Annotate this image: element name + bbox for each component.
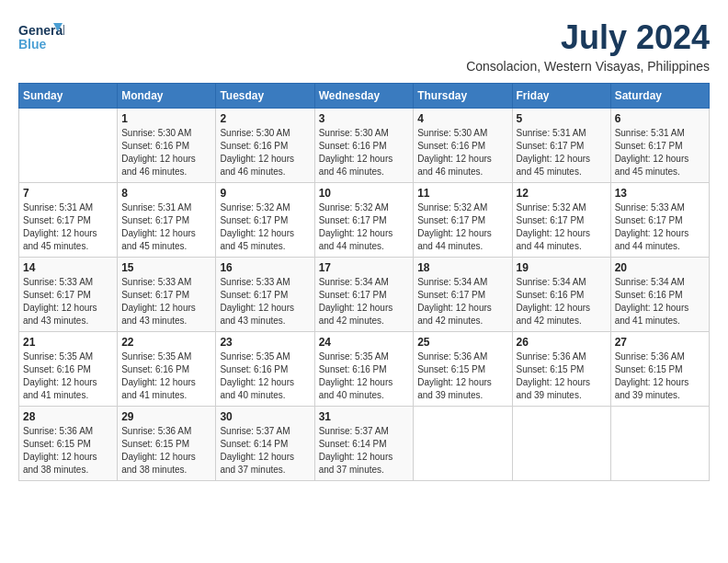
day-number: 19 bbox=[517, 261, 607, 274]
day-number: 17 bbox=[319, 261, 410, 274]
day-number: 24 bbox=[319, 336, 410, 349]
day-number: 18 bbox=[417, 261, 507, 274]
day-info: Sunrise: 5:36 AM Sunset: 6:15 PM Dayligh… bbox=[121, 425, 211, 477]
calendar-cell: 8Sunrise: 5:31 AM Sunset: 6:17 PM Daylig… bbox=[118, 183, 216, 258]
calendar-cell: 31Sunrise: 5:37 AM Sunset: 6:14 PM Dayli… bbox=[314, 407, 414, 481]
day-number: 27 bbox=[615, 336, 705, 349]
day-number: 5 bbox=[517, 112, 607, 125]
calendar-cell: 16Sunrise: 5:33 AM Sunset: 6:17 PM Dayli… bbox=[216, 258, 314, 332]
day-info: Sunrise: 5:36 AM Sunset: 6:15 PM Dayligh… bbox=[615, 350, 705, 402]
calendar-header-row: SundayMondayTuesdayWednesdayThursdayFrid… bbox=[19, 84, 710, 109]
day-info: Sunrise: 5:37 AM Sunset: 6:14 PM Dayligh… bbox=[319, 425, 410, 477]
day-info: Sunrise: 5:34 AM Sunset: 6:17 PM Dayligh… bbox=[319, 276, 410, 327]
day-number: 30 bbox=[220, 410, 310, 423]
calendar-cell bbox=[414, 407, 512, 481]
calendar-cell: 3Sunrise: 5:30 AM Sunset: 6:16 PM Daylig… bbox=[314, 109, 414, 183]
month-year-title: July 2024 bbox=[466, 18, 710, 57]
calendar-cell: 10Sunrise: 5:32 AM Sunset: 6:17 PM Dayli… bbox=[314, 183, 414, 258]
day-info: Sunrise: 5:32 AM Sunset: 6:17 PM Dayligh… bbox=[517, 201, 607, 253]
day-number: 13 bbox=[615, 187, 705, 200]
day-info: Sunrise: 5:37 AM Sunset: 6:14 PM Dayligh… bbox=[220, 425, 310, 477]
calendar-cell: 13Sunrise: 5:33 AM Sunset: 6:17 PM Dayli… bbox=[610, 183, 709, 258]
calendar-week-row: 28Sunrise: 5:36 AM Sunset: 6:15 PM Dayli… bbox=[19, 407, 710, 481]
calendar-cell: 30Sunrise: 5:37 AM Sunset: 6:14 PM Dayli… bbox=[216, 407, 314, 481]
day-info: Sunrise: 5:30 AM Sunset: 6:16 PM Dayligh… bbox=[417, 127, 507, 178]
day-number: 9 bbox=[220, 187, 310, 200]
day-info: Sunrise: 5:31 AM Sunset: 6:17 PM Dayligh… bbox=[615, 127, 705, 178]
day-info: Sunrise: 5:33 AM Sunset: 6:17 PM Dayligh… bbox=[121, 276, 211, 327]
day-info: Sunrise: 5:33 AM Sunset: 6:17 PM Dayligh… bbox=[220, 276, 310, 327]
day-number: 25 bbox=[417, 336, 507, 349]
day-number: 20 bbox=[615, 261, 705, 274]
column-header-saturday: Saturday bbox=[610, 84, 709, 109]
calendar-week-row: 1Sunrise: 5:30 AM Sunset: 6:16 PM Daylig… bbox=[19, 109, 710, 183]
calendar-cell: 20Sunrise: 5:34 AM Sunset: 6:16 PM Dayli… bbox=[610, 258, 709, 332]
calendar-week-row: 14Sunrise: 5:33 AM Sunset: 6:17 PM Dayli… bbox=[19, 258, 710, 332]
day-number: 7 bbox=[23, 187, 113, 200]
day-info: Sunrise: 5:34 AM Sunset: 6:16 PM Dayligh… bbox=[615, 276, 705, 327]
column-header-wednesday: Wednesday bbox=[314, 84, 414, 109]
location-subtitle: Consolacion, Western Visayas, Philippine… bbox=[466, 59, 710, 74]
calendar-cell: 19Sunrise: 5:34 AM Sunset: 6:16 PM Dayli… bbox=[512, 258, 610, 332]
calendar-cell: 26Sunrise: 5:36 AM Sunset: 6:15 PM Dayli… bbox=[512, 332, 610, 407]
calendar-cell: 21Sunrise: 5:35 AM Sunset: 6:16 PM Dayli… bbox=[19, 332, 118, 407]
day-number: 6 bbox=[615, 112, 705, 125]
day-info: Sunrise: 5:35 AM Sunset: 6:16 PM Dayligh… bbox=[121, 350, 211, 402]
day-info: Sunrise: 5:32 AM Sunset: 6:17 PM Dayligh… bbox=[319, 201, 410, 253]
calendar-cell: 27Sunrise: 5:36 AM Sunset: 6:15 PM Dayli… bbox=[610, 332, 709, 407]
day-number: 14 bbox=[23, 261, 113, 274]
calendar-cell: 28Sunrise: 5:36 AM Sunset: 6:15 PM Dayli… bbox=[19, 407, 118, 481]
calendar-cell: 12Sunrise: 5:32 AM Sunset: 6:17 PM Dayli… bbox=[512, 183, 610, 258]
day-info: Sunrise: 5:34 AM Sunset: 6:17 PM Dayligh… bbox=[417, 276, 507, 327]
calendar-cell: 5Sunrise: 5:31 AM Sunset: 6:17 PM Daylig… bbox=[512, 109, 610, 183]
calendar-cell: 4Sunrise: 5:30 AM Sunset: 6:16 PM Daylig… bbox=[414, 109, 512, 183]
header: General Blue July 2024 Consolacion, West… bbox=[18, 18, 710, 74]
calendar-cell: 9Sunrise: 5:32 AM Sunset: 6:17 PM Daylig… bbox=[216, 183, 314, 258]
day-number: 28 bbox=[23, 410, 113, 423]
day-info: Sunrise: 5:32 AM Sunset: 6:17 PM Dayligh… bbox=[220, 201, 310, 253]
calendar-cell: 29Sunrise: 5:36 AM Sunset: 6:15 PM Dayli… bbox=[118, 407, 216, 481]
day-info: Sunrise: 5:30 AM Sunset: 6:16 PM Dayligh… bbox=[121, 127, 211, 178]
calendar-cell: 7Sunrise: 5:31 AM Sunset: 6:17 PM Daylig… bbox=[19, 183, 118, 258]
day-number: 2 bbox=[220, 112, 310, 125]
day-number: 3 bbox=[319, 112, 410, 125]
calendar-cell: 17Sunrise: 5:34 AM Sunset: 6:17 PM Dayli… bbox=[314, 258, 414, 332]
day-number: 22 bbox=[121, 336, 211, 349]
day-info: Sunrise: 5:35 AM Sunset: 6:16 PM Dayligh… bbox=[23, 350, 113, 402]
day-number: 23 bbox=[220, 336, 310, 349]
svg-text:Blue: Blue bbox=[18, 37, 47, 52]
day-number: 12 bbox=[517, 187, 607, 200]
day-number: 15 bbox=[121, 261, 211, 274]
day-info: Sunrise: 5:36 AM Sunset: 6:15 PM Dayligh… bbox=[517, 350, 607, 402]
day-number: 11 bbox=[417, 187, 507, 200]
day-number: 8 bbox=[121, 187, 211, 200]
calendar-table: SundayMondayTuesdayWednesdayThursdayFrid… bbox=[18, 83, 710, 481]
day-info: Sunrise: 5:36 AM Sunset: 6:15 PM Dayligh… bbox=[23, 425, 113, 477]
calendar-week-row: 21Sunrise: 5:35 AM Sunset: 6:16 PM Dayli… bbox=[19, 332, 710, 407]
column-header-thursday: Thursday bbox=[414, 84, 512, 109]
day-info: Sunrise: 5:32 AM Sunset: 6:17 PM Dayligh… bbox=[417, 201, 507, 253]
day-info: Sunrise: 5:31 AM Sunset: 6:17 PM Dayligh… bbox=[23, 201, 113, 253]
calendar-cell: 25Sunrise: 5:36 AM Sunset: 6:15 PM Dayli… bbox=[414, 332, 512, 407]
day-info: Sunrise: 5:36 AM Sunset: 6:15 PM Dayligh… bbox=[417, 350, 507, 402]
calendar-cell: 18Sunrise: 5:34 AM Sunset: 6:17 PM Dayli… bbox=[414, 258, 512, 332]
calendar-cell: 1Sunrise: 5:30 AM Sunset: 6:16 PM Daylig… bbox=[118, 109, 216, 183]
day-info: Sunrise: 5:30 AM Sunset: 6:16 PM Dayligh… bbox=[319, 127, 410, 178]
title-area: July 2024 Consolacion, Western Visayas, … bbox=[466, 18, 710, 74]
calendar-cell: 2Sunrise: 5:30 AM Sunset: 6:16 PM Daylig… bbox=[216, 109, 314, 183]
day-number: 1 bbox=[121, 112, 211, 125]
day-info: Sunrise: 5:33 AM Sunset: 6:17 PM Dayligh… bbox=[23, 276, 113, 327]
day-number: 21 bbox=[23, 336, 113, 349]
logo-icon: General Blue bbox=[18, 18, 64, 55]
day-info: Sunrise: 5:35 AM Sunset: 6:16 PM Dayligh… bbox=[220, 350, 310, 402]
day-number: 31 bbox=[319, 410, 410, 423]
day-number: 26 bbox=[517, 336, 607, 349]
day-info: Sunrise: 5:35 AM Sunset: 6:16 PM Dayligh… bbox=[319, 350, 410, 402]
calendar-cell: 23Sunrise: 5:35 AM Sunset: 6:16 PM Dayli… bbox=[216, 332, 314, 407]
calendar-cell bbox=[610, 407, 709, 481]
day-number: 10 bbox=[319, 187, 410, 200]
day-info: Sunrise: 5:31 AM Sunset: 6:17 PM Dayligh… bbox=[121, 201, 211, 253]
column-header-tuesday: Tuesday bbox=[216, 84, 314, 109]
day-number: 29 bbox=[121, 410, 211, 423]
logo: General Blue bbox=[18, 18, 64, 55]
